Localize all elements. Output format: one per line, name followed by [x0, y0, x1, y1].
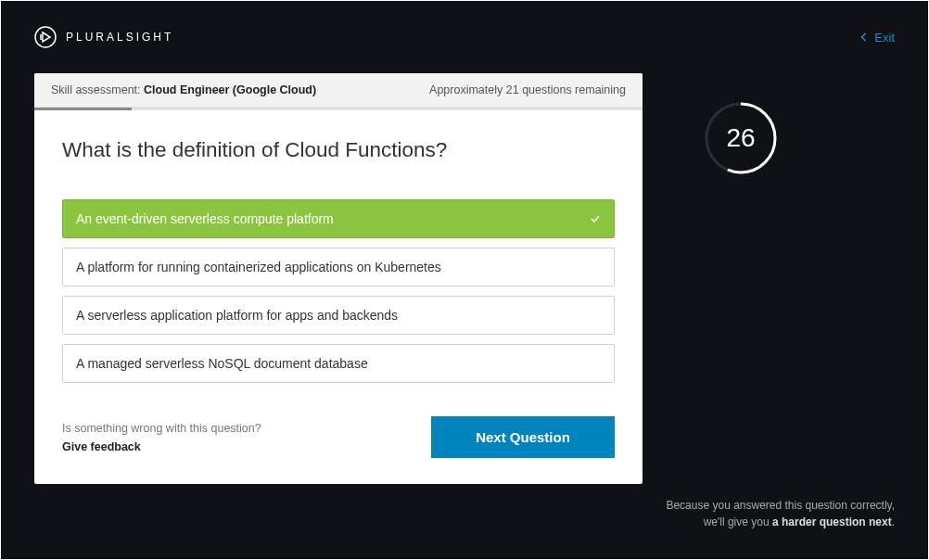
options-list: An event-driven serverless compute platf…	[62, 199, 615, 383]
answer-option[interactable]: A managed serverless NoSQL document data…	[62, 344, 615, 383]
brand-logo[interactable]: PLURALSIGHT	[34, 26, 173, 48]
app-container: PLURALSIGHT Exit Skill assessment: Cloud…	[1, 1, 928, 559]
pluralsight-logo-icon	[34, 26, 57, 48]
option-text: A platform for running containerized app…	[76, 260, 441, 274]
feedback-prompt: Is something wrong with this question?	[62, 422, 261, 435]
answer-option[interactable]: A serverless application platform for ap…	[62, 296, 615, 335]
card-footer: Is something wrong with this question? G…	[62, 416, 615, 458]
svg-point-0	[35, 27, 56, 47]
feedback-link[interactable]: Give feedback	[62, 440, 261, 453]
question-text: What is the definition of Cloud Function…	[62, 138, 615, 162]
timer: 26	[704, 101, 778, 175]
remaining-count: Approximately 21 questions remaining	[429, 83, 626, 96]
next-question-button[interactable]: Next Question	[431, 416, 615, 458]
option-text: A managed serverless NoSQL document data…	[76, 356, 368, 371]
result-message: Because you answered this question corre…	[666, 497, 895, 530]
timer-panel: 26	[704, 101, 778, 175]
exit-label: Exit	[874, 31, 895, 45]
feedback-block: Is something wrong with this question? G…	[62, 422, 261, 453]
chevron-left-icon	[859, 32, 869, 42]
timer-value: 26	[704, 101, 778, 175]
main-layout: Skill assessment: Cloud Engineer (Google…	[1, 73, 928, 484]
header: PLURALSIGHT Exit	[1, 1, 928, 73]
result-line-2: we'll give you a harder question next.	[666, 514, 895, 530]
assessment-name: Cloud Engineer (Google Cloud)	[144, 83, 316, 96]
check-icon	[590, 213, 601, 224]
progress-fill	[34, 108, 132, 110]
question-card: Skill assessment: Cloud Engineer (Google…	[34, 73, 643, 484]
option-text: An event-driven serverless compute platf…	[76, 211, 334, 226]
answer-option[interactable]: A platform for running containerized app…	[62, 248, 615, 286]
assessment-label-prefix: Skill assessment:	[51, 83, 144, 96]
card-body: What is the definition of Cloud Function…	[34, 110, 643, 484]
card-header: Skill assessment: Cloud Engineer (Google…	[34, 73, 643, 108]
result-line-1: Because you answered this question corre…	[666, 497, 895, 514]
answer-option[interactable]: An event-driven serverless compute platf…	[62, 199, 615, 238]
brand-name: PLURALSIGHT	[66, 31, 173, 44]
progress-bar	[34, 108, 643, 110]
option-text: A serverless application platform for ap…	[76, 308, 398, 323]
assessment-title: Skill assessment: Cloud Engineer (Google…	[51, 83, 316, 96]
exit-button[interactable]: Exit	[859, 31, 895, 45]
